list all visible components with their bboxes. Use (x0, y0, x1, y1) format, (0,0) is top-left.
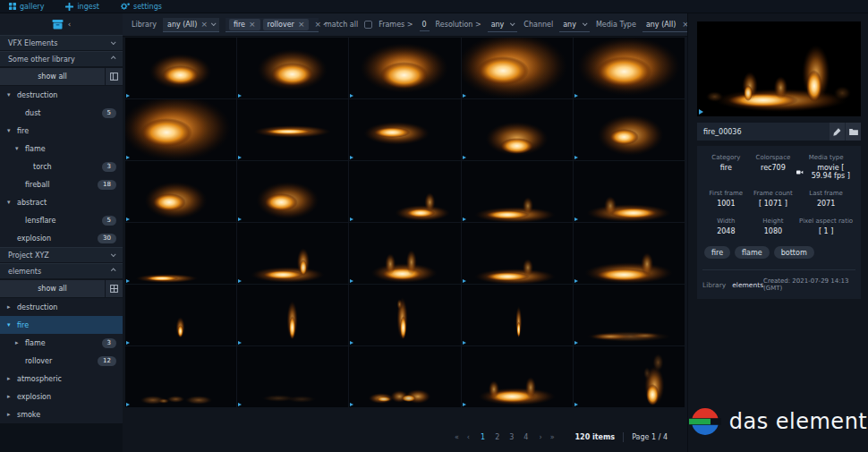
nav-item-gallery[interactable]: gallery (9, 3, 44, 11)
category-item-destruction[interactable]: ▸ destruction (0, 298, 123, 316)
nav-item-ingest[interactable]: ingest (65, 3, 99, 11)
metadata-field: First frame 1001 (702, 190, 750, 208)
fire-thumbnail-image (125, 285, 236, 345)
media-type-select[interactable]: any (All) × (642, 18, 693, 32)
frames-input[interactable]: 0 (420, 18, 430, 31)
metadata-field: Media type movie [ 59.94 fps ] (796, 154, 855, 180)
grid-view-button[interactable] (106, 68, 123, 85)
asset-thumbnail[interactable] (237, 38, 348, 98)
tag-chip[interactable]: fire× (229, 19, 260, 30)
asset-thumbnail[interactable] (574, 38, 685, 98)
category-item-lensflare[interactable]: lensflare5 (0, 211, 123, 229)
page-prev-button[interactable]: ‹ (467, 433, 470, 441)
asset-thumbnail[interactable] (462, 38, 573, 98)
resolution-select[interactable]: any (488, 18, 518, 32)
fire-thumbnail-image (237, 223, 348, 284)
fire-thumbnail-image (349, 161, 460, 222)
page-number-3[interactable]: 3 (509, 433, 514, 441)
asset-thumbnail[interactable] (349, 161, 460, 222)
library-filter-select[interactable]: any (All) × (163, 18, 219, 32)
fire-thumbnail-image (349, 223, 460, 284)
asset-thumbnail[interactable] (125, 346, 236, 407)
category-item-explosion[interactable]: explosion30 (0, 229, 123, 247)
library-section-header[interactable]: Some other library (0, 51, 123, 67)
page-number-1[interactable]: 1 (481, 433, 485, 441)
asset-thumbnail[interactable] (462, 346, 573, 407)
library-value: elements (732, 281, 763, 289)
category-item-torch[interactable]: torch3 (0, 158, 123, 175)
asset-thumbnail[interactable] (237, 285, 348, 345)
category-item-rollover[interactable]: rollover12 (0, 352, 123, 370)
page-first-button[interactable]: « (455, 433, 459, 441)
element-tag-bottom[interactable]: bottom (774, 246, 814, 259)
match-all-checkbox[interactable] (364, 21, 372, 29)
asset-thumbnail[interactable] (574, 346, 685, 407)
collapse-panel-icon[interactable]: ‹ (68, 20, 72, 29)
show-all-button[interactable]: show all (0, 280, 105, 297)
page-next-button[interactable]: › (539, 433, 541, 441)
clear-tags-icon[interactable]: × (314, 21, 321, 29)
asset-thumbnail[interactable] (125, 161, 236, 222)
library-section-header[interactable]: Project XYZ (0, 247, 123, 263)
category-item-dust[interactable]: dust5 (0, 104, 123, 122)
asset-thumbnail[interactable] (462, 223, 573, 284)
asset-thumbnail[interactable] (574, 161, 685, 222)
asset-thumbnail[interactable] (237, 346, 348, 407)
asset-thumbnail[interactable] (237, 99, 348, 160)
asset-thumbnail[interactable] (125, 99, 236, 160)
asset-thumbnail[interactable] (462, 99, 573, 160)
count-badge: 3 (102, 338, 116, 348)
page-number-4[interactable]: 4 (523, 433, 528, 441)
preview-player[interactable] (697, 21, 861, 116)
element-tag-flame[interactable]: flame (735, 246, 770, 259)
asset-thumbnail[interactable] (125, 38, 236, 98)
play-icon (463, 279, 466, 283)
category-item-smoke[interactable]: ▸ smoke (0, 405, 123, 423)
channel-select[interactable]: any (559, 18, 590, 32)
category-item-destruction[interactable]: ▾ destruction (0, 86, 123, 104)
asset-thumbnail[interactable] (125, 223, 236, 284)
asset-thumbnail[interactable] (462, 161, 573, 222)
asset-thumbnail[interactable] (462, 285, 573, 345)
category-item-fire[interactable]: ▾ fire (0, 122, 123, 140)
asset-thumbnail[interactable] (349, 285, 460, 345)
asset-thumbnail[interactable] (237, 223, 348, 284)
category-item-fireball[interactable]: fireball18 (0, 175, 123, 193)
category-item-atmospheric[interactable]: ▸ atmospheric (0, 370, 123, 388)
remove-tag-icon[interactable]: × (249, 21, 256, 29)
tag-chip[interactable]: rollover× (263, 19, 310, 30)
page-number-2[interactable]: 2 (495, 433, 499, 441)
clear-icon[interactable]: × (200, 21, 208, 29)
category-item-flame[interactable]: ▸ flame3 (0, 334, 123, 352)
library-section-header[interactable]: VFX Elements (0, 35, 123, 51)
play-icon (463, 403, 466, 406)
element-tag-fire[interactable]: fire (704, 246, 730, 259)
page-last-button[interactable]: » (550, 433, 555, 441)
category-item-flame[interactable]: ▾ flame (0, 140, 123, 158)
asset-thumbnail[interactable] (574, 99, 685, 160)
category-item-explosion[interactable]: ▸ explosion (0, 388, 123, 405)
asset-thumbnail[interactable] (237, 161, 348, 222)
library-section-header[interactable]: elements (0, 263, 123, 279)
tag-filter-input[interactable]: fire× rollover× × (226, 18, 319, 32)
play-icon (574, 156, 578, 159)
grid-view-button[interactable] (106, 280, 123, 297)
asset-thumbnail[interactable] (574, 223, 685, 284)
asset-thumbnail[interactable] (574, 285, 685, 345)
show-all-button[interactable]: show all (0, 68, 105, 85)
remove-tag-icon[interactable]: × (298, 21, 305, 29)
edit-button[interactable] (829, 123, 845, 141)
nav-item-settings[interactable]: settings (121, 3, 162, 11)
asset-thumbnail[interactable] (349, 346, 460, 407)
metadata-field: Last frame 2071 (796, 190, 855, 208)
asset-thumbnail[interactable] (349, 99, 460, 160)
asset-thumbnail[interactable] (349, 223, 460, 284)
asset-thumbnail[interactable] (125, 285, 236, 345)
asset-thumbnail[interactable] (349, 38, 460, 98)
category-item-abstract[interactable]: ▾ abstract (0, 193, 123, 211)
library-box-icon[interactable] (52, 20, 64, 30)
category-item-fire[interactable]: ▾ fire (0, 316, 123, 334)
open-folder-button[interactable] (845, 123, 861, 141)
play-icon (126, 217, 130, 221)
play-icon (463, 156, 466, 159)
